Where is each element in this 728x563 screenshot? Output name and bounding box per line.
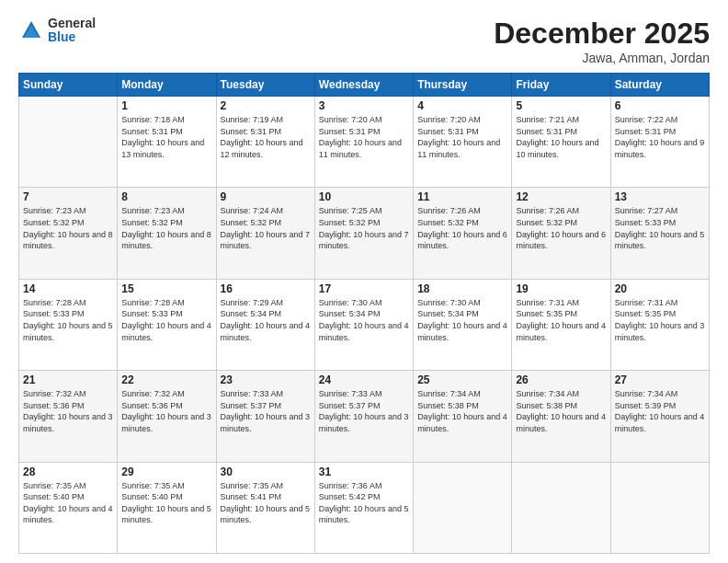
day-info: Sunrise: 7:24 AM Sunset: 5:32 PM Dayligh… (221, 205, 311, 251)
day-number: 31 (319, 465, 409, 478)
col-saturday: Saturday (610, 74, 709, 97)
day-info: Sunrise: 7:32 AM Sunset: 5:36 PM Dayligh… (121, 388, 211, 434)
day-number: 25 (417, 373, 507, 386)
day-info: Sunrise: 7:33 AM Sunset: 5:37 PM Dayligh… (221, 388, 311, 434)
day-info: Sunrise: 7:28 AM Sunset: 5:33 PM Dayligh… (23, 297, 113, 343)
day-number: 2 (221, 99, 311, 112)
calendar-cell: 11Sunrise: 7:26 AM Sunset: 5:32 PM Dayli… (414, 188, 512, 279)
day-info: Sunrise: 7:29 AM Sunset: 5:34 PM Dayligh… (221, 297, 311, 343)
day-number: 11 (417, 190, 507, 203)
calendar-cell: 15Sunrise: 7:28 AM Sunset: 5:33 PM Dayli… (118, 279, 216, 370)
calendar-cell (414, 462, 512, 553)
calendar-cell: 26Sunrise: 7:34 AM Sunset: 5:38 PM Dayli… (512, 371, 610, 462)
calendar-cell: 16Sunrise: 7:29 AM Sunset: 5:34 PM Dayli… (216, 279, 314, 370)
day-number: 22 (121, 373, 211, 386)
day-number: 14 (23, 282, 113, 295)
day-info: Sunrise: 7:25 AM Sunset: 5:32 PM Dayligh… (319, 205, 409, 251)
calendar-cell: 22Sunrise: 7:32 AM Sunset: 5:36 PM Dayli… (118, 371, 216, 462)
day-info: Sunrise: 7:36 AM Sunset: 5:42 PM Dayligh… (319, 480, 409, 526)
calendar-week-5: 28Sunrise: 7:35 AM Sunset: 5:40 PM Dayli… (19, 462, 710, 553)
day-info: Sunrise: 7:19 AM Sunset: 5:31 PM Dayligh… (221, 114, 311, 160)
calendar-cell: 21Sunrise: 7:32 AM Sunset: 5:36 PM Dayli… (19, 371, 118, 462)
calendar-cell: 17Sunrise: 7:30 AM Sunset: 5:34 PM Dayli… (314, 279, 413, 370)
day-info: Sunrise: 7:30 AM Sunset: 5:34 PM Dayligh… (319, 297, 409, 343)
calendar-cell: 29Sunrise: 7:35 AM Sunset: 5:40 PM Dayli… (118, 462, 216, 553)
logo-text: General Blue (48, 17, 96, 45)
day-info: Sunrise: 7:34 AM Sunset: 5:38 PM Dayligh… (516, 388, 606, 434)
calendar-table: Sunday Monday Tuesday Wednesday Thursday… (18, 73, 710, 554)
calendar-cell (19, 97, 118, 188)
calendar-cell: 23Sunrise: 7:33 AM Sunset: 5:37 PM Dayli… (216, 371, 314, 462)
day-info: Sunrise: 7:23 AM Sunset: 5:32 PM Dayligh… (23, 205, 113, 251)
calendar-cell: 13Sunrise: 7:27 AM Sunset: 5:33 PM Dayli… (610, 188, 709, 279)
calendar-cell: 31Sunrise: 7:36 AM Sunset: 5:42 PM Dayli… (314, 462, 413, 553)
calendar-header-row: Sunday Monday Tuesday Wednesday Thursday… (19, 74, 710, 97)
col-wednesday: Wednesday (314, 74, 413, 97)
day-number: 17 (319, 282, 409, 295)
col-tuesday: Tuesday (216, 74, 314, 97)
day-number: 12 (516, 190, 606, 203)
logo-icon (18, 17, 44, 43)
calendar-cell (610, 462, 709, 553)
calendar-cell: 14Sunrise: 7:28 AM Sunset: 5:33 PM Dayli… (19, 279, 118, 370)
day-info: Sunrise: 7:31 AM Sunset: 5:35 PM Dayligh… (615, 297, 705, 343)
day-info: Sunrise: 7:30 AM Sunset: 5:34 PM Dayligh… (417, 297, 507, 343)
calendar-cell: 3Sunrise: 7:20 AM Sunset: 5:31 PM Daylig… (314, 97, 413, 188)
header: General Blue December 2025 Jawa, Amman, … (18, 17, 710, 65)
day-info: Sunrise: 7:33 AM Sunset: 5:37 PM Dayligh… (319, 388, 409, 434)
calendar-week-1: 1Sunrise: 7:18 AM Sunset: 5:31 PM Daylig… (19, 97, 710, 188)
calendar-cell: 30Sunrise: 7:35 AM Sunset: 5:41 PM Dayli… (216, 462, 314, 553)
calendar-cell: 27Sunrise: 7:34 AM Sunset: 5:39 PM Dayli… (610, 371, 709, 462)
day-number: 19 (516, 282, 606, 295)
day-number: 26 (516, 373, 606, 386)
calendar-cell: 18Sunrise: 7:30 AM Sunset: 5:34 PM Dayli… (414, 279, 512, 370)
logo: General Blue (18, 17, 96, 45)
day-number: 10 (319, 190, 409, 203)
day-number: 4 (417, 99, 507, 112)
calendar-cell: 9Sunrise: 7:24 AM Sunset: 5:32 PM Daylig… (216, 188, 314, 279)
col-thursday: Thursday (414, 74, 512, 97)
calendar-cell: 4Sunrise: 7:20 AM Sunset: 5:31 PM Daylig… (414, 97, 512, 188)
calendar-cell: 1Sunrise: 7:18 AM Sunset: 5:31 PM Daylig… (118, 97, 216, 188)
page: General Blue December 2025 Jawa, Amman, … (0, 0, 728, 563)
calendar-cell: 8Sunrise: 7:23 AM Sunset: 5:32 PM Daylig… (118, 188, 216, 279)
calendar-cell: 28Sunrise: 7:35 AM Sunset: 5:40 PM Dayli… (19, 462, 118, 553)
day-info: Sunrise: 7:35 AM Sunset: 5:40 PM Dayligh… (23, 480, 113, 526)
day-number: 21 (23, 373, 113, 386)
day-number: 24 (319, 373, 409, 386)
col-monday: Monday (118, 74, 216, 97)
day-info: Sunrise: 7:31 AM Sunset: 5:35 PM Dayligh… (516, 297, 606, 343)
day-info: Sunrise: 7:20 AM Sunset: 5:31 PM Dayligh… (417, 114, 507, 160)
calendar-cell: 24Sunrise: 7:33 AM Sunset: 5:37 PM Dayli… (314, 371, 413, 462)
day-info: Sunrise: 7:34 AM Sunset: 5:38 PM Dayligh… (417, 388, 507, 434)
day-number: 7 (23, 190, 113, 203)
day-number: 27 (615, 373, 705, 386)
day-info: Sunrise: 7:26 AM Sunset: 5:32 PM Dayligh… (417, 205, 507, 251)
calendar-week-4: 21Sunrise: 7:32 AM Sunset: 5:36 PM Dayli… (19, 371, 710, 462)
day-number: 13 (615, 190, 705, 203)
logo-general: General (48, 17, 96, 30)
calendar-cell (512, 462, 610, 553)
day-info: Sunrise: 7:34 AM Sunset: 5:39 PM Dayligh… (615, 388, 705, 434)
calendar-cell: 12Sunrise: 7:26 AM Sunset: 5:32 PM Dayli… (512, 188, 610, 279)
day-number: 8 (121, 190, 211, 203)
title-block: December 2025 Jawa, Amman, Jordan (494, 17, 710, 65)
day-number: 29 (121, 465, 211, 478)
calendar-title: December 2025 (494, 17, 710, 51)
day-number: 9 (221, 190, 311, 203)
day-info: Sunrise: 7:32 AM Sunset: 5:36 PM Dayligh… (23, 388, 113, 434)
col-sunday: Sunday (19, 74, 118, 97)
day-number: 23 (221, 373, 311, 386)
day-info: Sunrise: 7:28 AM Sunset: 5:33 PM Dayligh… (121, 297, 211, 343)
day-info: Sunrise: 7:21 AM Sunset: 5:31 PM Dayligh… (516, 114, 606, 160)
day-number: 5 (516, 99, 606, 112)
calendar-cell: 25Sunrise: 7:34 AM Sunset: 5:38 PM Dayli… (414, 371, 512, 462)
day-number: 1 (121, 99, 211, 112)
calendar-cell: 2Sunrise: 7:19 AM Sunset: 5:31 PM Daylig… (216, 97, 314, 188)
day-info: Sunrise: 7:27 AM Sunset: 5:33 PM Dayligh… (615, 205, 705, 251)
day-number: 28 (23, 465, 113, 478)
calendar-week-2: 7Sunrise: 7:23 AM Sunset: 5:32 PM Daylig… (19, 188, 710, 279)
calendar-subtitle: Jawa, Amman, Jordan (494, 51, 710, 65)
day-number: 3 (319, 99, 409, 112)
logo-blue: Blue (48, 30, 96, 44)
